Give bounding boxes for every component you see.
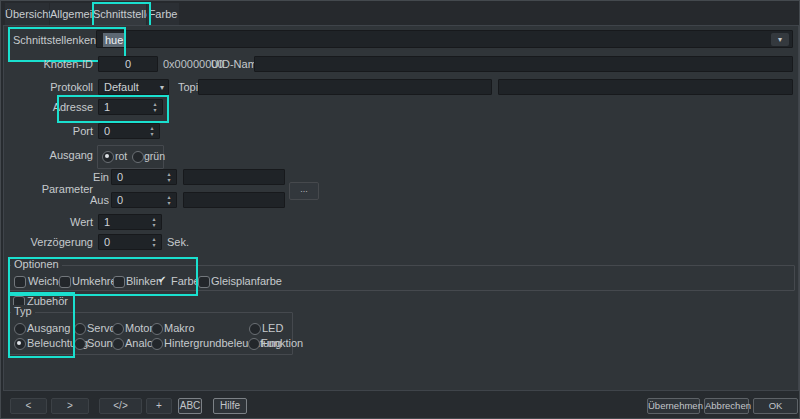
value-spinbox[interactable]: 1 ▴▾ <box>98 214 162 230</box>
param-off-label: Aus <box>1 194 109 206</box>
node-id-input[interactable]: 0 <box>98 56 158 72</box>
checkbox-blinken[interactable] <box>113 276 125 288</box>
interface-settings-dialog: { "tabs": [ {"label": "Übersicht", "acti… <box>0 0 800 419</box>
cancel-button[interactable]: Abbrechen <box>704 398 749 414</box>
checkbox-gleisplanfarbe[interactable] <box>198 276 210 288</box>
delay-spinbox[interactable]: 0 ▴▾ <box>98 234 162 250</box>
tab-bar: Übersicht Allgemein Schnittstelle Farbe <box>1 1 800 25</box>
radio-ausgang-label: Ausgang <box>27 322 70 334</box>
uid-name-input[interactable] <box>254 56 793 72</box>
address-value: 1 <box>104 101 110 113</box>
checkbox-farbe[interactable]: ✔ <box>158 276 170 288</box>
spinner-arrows[interactable]: ▴▾ <box>164 194 174 206</box>
interface-id-selected-value: hue <box>103 33 125 47</box>
spin-down-icon[interactable]: ▾ <box>167 200 170 206</box>
spinner-arrows[interactable]: ▴▾ <box>149 236 159 248</box>
spinner-arrows[interactable]: ▴▾ <box>164 171 174 183</box>
topic-input-2[interactable] <box>498 79 793 95</box>
radio-funktion[interactable] <box>248 338 260 350</box>
radio-motor-label: Motor <box>125 322 153 334</box>
spin-down-icon[interactable]: ▾ <box>152 242 155 248</box>
radio-rot[interactable] <box>102 151 114 163</box>
protocol-select[interactable]: Default ▾ <box>98 79 169 95</box>
radio-gruen[interactable] <box>132 151 144 163</box>
address-spinbox[interactable]: 1 ▴▾ <box>98 99 163 115</box>
add-button[interactable]: + <box>146 398 172 414</box>
radio-motor[interactable] <box>112 323 124 335</box>
delay-label: Verzögerung <box>1 236 93 248</box>
help-button[interactable]: Hilfe <box>213 398 247 414</box>
radio-funktion-label: Funktion <box>261 337 303 349</box>
param-on-value: 0 <box>117 171 123 183</box>
apply-button[interactable]: Übernehmen <box>647 398 700 414</box>
output-label: Ausgang <box>1 149 93 161</box>
port-spinbox[interactable]: 0 ▴▾ <box>98 123 160 139</box>
check-icon: ✔ <box>158 274 166 285</box>
protocol-label: Protokoll <box>1 81 93 93</box>
tab-schnittstelle[interactable]: Schnittstelle <box>93 3 146 25</box>
param-on-text-input[interactable] <box>183 169 285 185</box>
checkbox-gleisplanfarbe-label: Gleisplanfarbe <box>211 275 282 287</box>
options-group-label: Optionen <box>11 258 62 270</box>
protocol-selected-value: Default <box>104 81 139 93</box>
chevron-down-icon: ▾ <box>160 83 164 93</box>
param-off-text-input[interactable] <box>183 192 285 208</box>
radio-analog[interactable] <box>112 338 124 350</box>
tab-uebersicht[interactable]: Übersicht <box>5 3 49 25</box>
spinner-arrows[interactable]: ▴▾ <box>150 101 160 113</box>
delay-unit-label: Sek. <box>167 236 189 248</box>
radio-led-label: LED <box>262 322 283 334</box>
chevron-down-icon[interactable]: ▾ <box>771 33 789 46</box>
port-label: Port <box>1 125 93 137</box>
interface-id-combobox[interactable]: hue ▾ <box>96 30 793 48</box>
spin-down-icon[interactable]: ▾ <box>167 177 170 183</box>
topic-input-1[interactable] <box>198 79 492 95</box>
spinner-arrows[interactable]: ▴▾ <box>149 216 159 228</box>
radio-gruen-label: grün <box>144 150 165 162</box>
checkbox-weiche[interactable] <box>14 276 26 288</box>
spinner-arrows[interactable]: ▴▾ <box>147 125 157 137</box>
tab-farbe[interactable]: Farbe <box>147 3 179 25</box>
radio-rot-label: rot <box>115 150 127 162</box>
param-off-spinbox[interactable]: 0 ▴▾ <box>111 192 177 208</box>
checkbox-farbe-label: Farbe <box>171 275 200 287</box>
node-id-label: Knoten-ID <box>1 58 93 70</box>
radio-ausgang[interactable] <box>14 323 26 335</box>
checkbox-blinken-label: Blinken <box>126 275 162 287</box>
radio-led[interactable] <box>249 323 261 335</box>
abc-button[interactable]: ABC <box>178 398 202 414</box>
value-value: 1 <box>104 216 110 228</box>
param-more-button[interactable]: ... <box>289 182 319 200</box>
spin-down-icon[interactable]: ▾ <box>152 222 155 228</box>
spin-down-icon[interactable]: ▾ <box>153 107 156 113</box>
ok-button[interactable]: OK <box>753 398 798 414</box>
prev-button[interactable]: < <box>10 398 47 414</box>
tab-allgemein[interactable]: Allgemein <box>50 3 92 25</box>
xml-button[interactable]: </> <box>99 398 142 414</box>
radio-servo[interactable] <box>74 323 86 335</box>
param-off-value: 0 <box>117 194 123 206</box>
spin-down-icon[interactable]: ▾ <box>150 131 153 137</box>
port-value: 0 <box>104 125 110 137</box>
type-group-label: Typ <box>11 305 35 317</box>
radio-makro-label: Makro <box>164 322 195 334</box>
radio-makro[interactable] <box>151 323 163 335</box>
radio-beleuchtung[interactable] <box>14 338 26 350</box>
value-label: Wert <box>1 216 93 228</box>
radio-sound[interactable] <box>74 338 86 350</box>
next-button[interactable]: > <box>51 398 89 414</box>
checkbox-umkehren[interactable] <box>59 276 71 288</box>
radio-hintergrundbeleuchtung[interactable] <box>151 338 163 350</box>
param-on-label: Ein <box>1 171 109 183</box>
param-on-spinbox[interactable]: 0 ▴▾ <box>111 169 177 185</box>
address-label: Adresse <box>1 101 93 113</box>
delay-value: 0 <box>104 236 110 248</box>
